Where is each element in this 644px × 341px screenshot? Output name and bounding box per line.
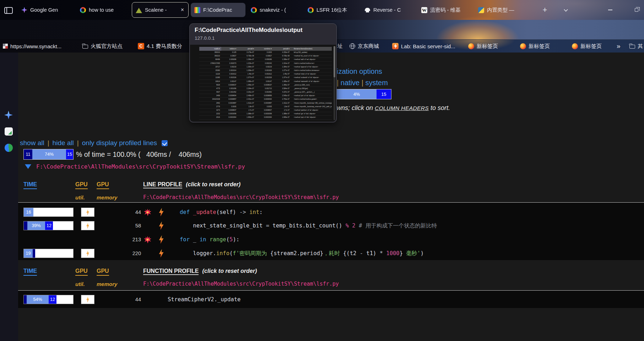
popup-title: F:\CodePractice\AllTheModules\output [195,27,333,33]
table-row: 664960.0092861.396e-070.0092861.396e-07<… [199,58,332,61]
chef-hat-icon [364,7,370,13]
time-column-header[interactable]: TIME [23,181,37,189]
reset-order-hint: (click to reset order) [186,181,240,187]
thumbnail-table-header: ncalls ▾tottime ▾percall ▾cumtime ▾perca… [199,47,332,51]
table-row: 17682/170650.0020731.215e-070.0022421.31… [199,62,332,65]
tab-google-gemini[interactable]: Google Gen [18,3,72,17]
line-row-220: 19 220 logger.info(f'密码周期为 {stream2.peri… [18,247,644,260]
tab-label: Scalene - [145,7,177,13]
tab-snakeviz[interactable]: snakeviz - ( [247,3,302,17]
function-profile-header[interactable]: FUNCTION PROFILE(click to reset order) [143,268,257,275]
hide-all-link[interactable]: hide all [53,139,74,147]
time-column-header[interactable]: TIME [23,268,37,276]
header-cell: filename:lineno(function) [291,47,332,51]
minimize-button[interactable] [604,5,617,15]
bookmark-partial-addr[interactable]: 址 [337,42,343,50]
table-row: 3932100.1253.179e-070.16334.152e-07lsfr.… [199,51,332,54]
customization-options-link[interactable]: ization options [337,67,382,76]
sidebar-extension-globe-icon[interactable] [5,144,13,152]
gpu-memory-column-header[interactable]: GPU [97,181,109,189]
tab-lsfr[interactable]: LSFR 16位本 [304,3,359,17]
time-bar: 39%12 [23,221,74,230]
function-row: 54%12 44 StreamCipherV2._update [18,293,644,306]
bookmark-newtab-3[interactable]: 新标签页 [572,42,602,50]
bookmark-label: 新标签页 [580,43,602,50]
column-headers-underline: COLUMN HEADERS [375,105,429,111]
gpu-util-bar [81,208,94,217]
time-bar: 16 [23,208,74,217]
tab-close-icon[interactable]: × [180,7,185,13]
separator: | [362,79,363,87]
firefox-icon [468,43,474,49]
tab-python-docs[interactable]: 内置类型 — [475,3,529,17]
tab-reverse[interactable]: Reverse - C [361,3,416,17]
sort-hint-text: wns; click on COLUMN HEADERS to sort. [337,104,450,112]
tab-scalene-active[interactable]: Scalene - × [132,2,189,18]
line-profile-header[interactable]: LINE PROFILE(click to reset order) [143,181,240,188]
bookmark-newtab-1[interactable]: 新标签页 [468,42,498,50]
bookmark-folder-firefox[interactable]: 火狐官方站点 [82,42,123,50]
util-subheader: util. [75,281,85,287]
separator: | [337,79,339,87]
line-profile-table: 16 44 def _update(self) -> int: 39%12 58… [18,202,644,260]
file-row[interactable]: F:\CodePractice\AllTheModules\src\CrypTo… [25,163,245,170]
bookmark-folder-partial[interactable]: 其 [629,42,643,50]
sidebar-extension-icon[interactable] [5,127,13,136]
summary-time-bar: 1174%15 [23,149,74,160]
lightning-icon [159,221,164,230]
explosion-icon [144,209,151,216]
bookmark-label: 新标签页 [529,43,550,50]
bookmarks-overflow-chevron[interactable]: » [617,42,621,50]
ai-chat-sparkle-icon[interactable] [4,111,13,119]
firefox-icon [520,43,526,49]
folder-icon [82,45,88,49]
profiled-file-path: F:\CodePractice\AllTheModules\src\CrypTo… [36,163,245,170]
show-all-link[interactable]: show all [20,139,44,147]
native-link[interactable]: native [341,79,359,87]
tab-label: F:\CodePrac [203,7,242,13]
only-profiled-checkbox[interactable] [162,140,168,146]
time-legend: | native | system [337,79,388,87]
tab-label: 内置类型 — [487,7,526,13]
line-number: 213 [125,233,141,246]
code-line: for _ in range(5): [180,233,239,246]
table-row: 27790.00051.8e-070.00051.8e-07<frozen im… [199,105,332,109]
header-cell: percall ▾ [273,47,291,51]
gpu-util-column-header[interactable]: GPU [75,268,88,276]
thumbnail-table-body: 3932100.1253.179e-070.16334.152e-07lsfr.… [199,51,332,120]
bookmark-lab[interactable]: Lab: Basic server-sid... [392,42,455,50]
code-line: next_state_single_bit = temp_bits.bit_co… [180,219,437,232]
bookmark-fermat[interactable]: C 4.1 费马质数分 [138,42,182,50]
bookmark-newtab-2[interactable]: 新标签页 [520,42,550,50]
system-link[interactable]: system [365,79,388,87]
gpu-memory-column-header[interactable]: GPU [97,268,109,276]
only-profiled-label: only display profiled lines [82,139,157,147]
table-row: 46070.0014523.151e-070.0019524.237e-07_p… [199,90,332,94]
list-all-tabs-button[interactable] [561,6,571,15]
collapse-caret-icon[interactable] [25,164,31,169]
tab-wikipedia[interactable]: W 流密码 - 维基 [418,3,472,17]
firefox-view-button[interactable] [2,5,15,16]
table-row: 32730.00088372.7e-070.00088372.7e-07<met… [199,109,332,112]
bookmark-jd[interactable]: 京东商城 [350,42,379,50]
code-line: logger.info(f'密码周期为 {stream2.period}，耗时 … [180,247,424,260]
restore-button[interactable] [630,5,643,15]
folder-icon [629,45,635,49]
gpu-spark-icon [86,209,90,215]
memory-subheader: memory [97,194,117,200]
tab-how-to-use[interactable]: how to use [76,3,131,17]
util-subheader: util. [75,194,85,200]
memory-subheader: memory [97,281,117,287]
bookmark-synackt[interactable]: https://www.synackt... [3,42,61,50]
tab-output-hovered[interactable]: F:\CodePrac [191,3,245,17]
tab-preview-popup: F:\CodePractice\AllTheModules\output 127… [189,23,337,122]
tab-label: snakeviz - ( [260,7,298,13]
wikipedia-icon: W [421,7,427,13]
time-bar: 54%12 [23,295,74,304]
line-number: 220 [125,247,141,260]
bookmark-label: 新标签页 [477,43,498,50]
bookmark-label: Lab: Basic server-sid... [401,43,455,49]
new-tab-button[interactable]: + [539,5,551,15]
separator: | [77,139,79,147]
gpu-util-column-header[interactable]: GPU [75,181,88,189]
